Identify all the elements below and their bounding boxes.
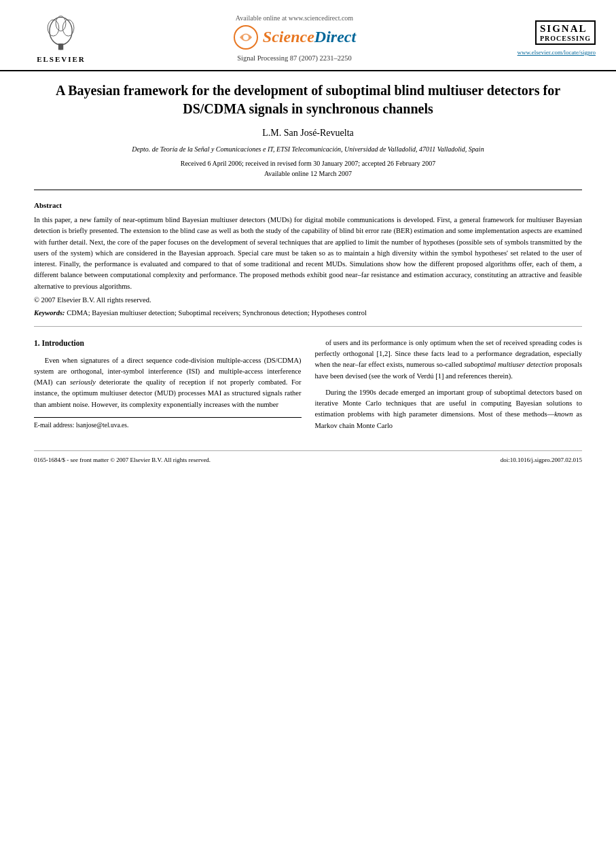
processing-label: PROCESSING [540, 35, 591, 42]
main-content: A Bayesian framework for the development… [0, 71, 616, 450]
keywords-label: Keywords: [34, 309, 65, 317]
header: ELSEVIER Available online at www.science… [0, 0, 616, 71]
signal-label: SIGNAL [540, 23, 591, 35]
received-text: Received 6 April 2006; received in revis… [181, 160, 435, 167]
journal-url: www.elsevier.com/locate/sigpro [518, 49, 596, 56]
elsevier-tree-icon [34, 12, 88, 53]
section1-title: 1. Introduction [34, 338, 302, 350]
svg-point-8 [243, 35, 249, 40]
sciencedirect-text: ScienceDirect [263, 28, 356, 46]
footnote-email-label: E-mail address: [34, 422, 74, 429]
footnote: E-mail address: lsanjose@tel.uva.es. [34, 417, 302, 431]
keywords-text: CDMA; Bayesian multiuser detection; Subo… [67, 309, 367, 317]
received-dates: Received 6 April 2006; received in revis… [34, 158, 582, 179]
copyright: © 2007 Elsevier B.V. All rights reserved… [34, 296, 582, 304]
abstract-title: Abstract [34, 201, 582, 209]
keywords-line: Keywords: CDMA; Bayesian multiuser detec… [34, 309, 582, 317]
abstract-text: In this paper, a new family of near-opti… [34, 215, 582, 292]
intro-para-right-2: During the 1990s decade emerged an impor… [315, 387, 583, 431]
intro-para-left: Even when signatures of a direct sequenc… [34, 355, 302, 410]
two-column-body: 1. Introduction Even when signatures of … [34, 338, 582, 437]
available-text: Available online 12 March 2007 [264, 170, 352, 177]
paper-title: A Bayesian framework for the development… [34, 82, 582, 118]
right-column: of users and its performance is only opt… [315, 338, 583, 437]
journal-header-center: Available online at www.sciencedirect.co… [102, 14, 487, 62]
journal-volume: Signal Processing 87 (2007) 2231–2250 [237, 54, 352, 62]
sciencedirect-logo: ScienceDirect [233, 24, 356, 50]
abstract-section: Abstract In this paper, a new family of … [34, 201, 582, 327]
svg-point-5 [56, 16, 66, 31]
available-online-text: Available online at www.sciencedirect.co… [236, 14, 353, 22]
signal-processing-logo: SIGNAL PROCESSING [535, 20, 596, 45]
signal-processing-logo-area: SIGNAL PROCESSING www.elsevier.com/locat… [487, 20, 596, 56]
page: ELSEVIER Available online at www.science… [0, 0, 616, 841]
abstract-body: In this paper, a new family of near-opti… [34, 216, 582, 290]
elsevier-brand-label: ELSEVIER [37, 55, 86, 63]
footer-license: 0165-1684/$ - see front matter © 2007 El… [34, 457, 211, 463]
left-column: 1. Introduction Even when signatures of … [34, 338, 302, 437]
footer: 0165-1684/$ - see front matter © 2007 El… [34, 450, 582, 469]
affiliation: Depto. de Teoría de la Señal y Comunicac… [34, 145, 582, 153]
sciencedirect-icon [233, 24, 259, 50]
intro-para-right-1: of users and its performance is only opt… [315, 338, 583, 382]
author-name: L.M. San José-Revuelta [34, 128, 582, 139]
footer-doi: doi:10.1016/j.sigpro.2007.02.015 [501, 457, 582, 463]
elsevier-logo-area: ELSEVIER [20, 12, 102, 63]
footnote-email[interactable]: lsanjose@tel.uva.es. [76, 422, 129, 429]
title-section: A Bayesian framework for the development… [34, 82, 582, 190]
